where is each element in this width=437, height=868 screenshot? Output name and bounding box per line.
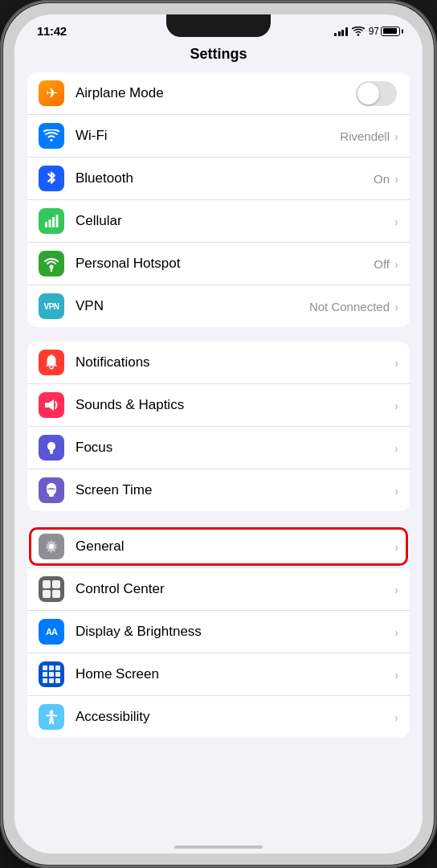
accessibility-label: Accessibility bbox=[76, 709, 394, 725]
airplane-mode-icon: ✈ bbox=[39, 80, 64, 106]
wifi-chevron: › bbox=[394, 129, 398, 143]
accessibility-chevron: › bbox=[394, 710, 398, 724]
notifications-icon bbox=[39, 350, 64, 375]
general-chevron: › bbox=[394, 540, 398, 554]
personal-hotspot-row[interactable]: Personal Hotspot Off › bbox=[27, 243, 410, 285]
control-center-chevron: › bbox=[394, 583, 398, 596]
svg-rect-12 bbox=[51, 453, 53, 455]
cellular-chevron: › bbox=[394, 215, 398, 228]
hotspot-chevron: › bbox=[394, 257, 398, 271]
signal-icon bbox=[334, 27, 348, 36]
svg-rect-11 bbox=[50, 452, 53, 453]
svg-point-17 bbox=[50, 710, 54, 714]
wifi-label: Wi-Fi bbox=[76, 128, 340, 144]
connectivity-group: ✈ Airplane Mode bbox=[27, 72, 410, 327]
bluetooth-label: Bluetooth bbox=[76, 170, 374, 186]
general-label: General bbox=[76, 538, 394, 555]
airplane-mode-toggle[interactable] bbox=[356, 81, 397, 106]
time-display: 11:42 bbox=[37, 24, 67, 38]
focus-chevron: › bbox=[394, 441, 398, 455]
vpn-icon: VPN bbox=[39, 293, 64, 319]
svg-point-16 bbox=[49, 544, 54, 549]
svg-marker-10 bbox=[49, 399, 54, 411]
accessibility-row[interactable]: Accessibility › bbox=[27, 696, 410, 738]
svg-rect-4 bbox=[52, 217, 55, 227]
svg-rect-9 bbox=[45, 403, 49, 407]
notifications-row[interactable]: Notifications › bbox=[27, 342, 410, 384]
home-screen-label: Home Screen bbox=[76, 666, 394, 682]
wifi-icon bbox=[39, 123, 64, 149]
home-bar-indicator bbox=[174, 845, 263, 849]
svg-point-0 bbox=[357, 34, 358, 35]
home-bar bbox=[14, 831, 423, 854]
svg-rect-5 bbox=[56, 215, 59, 227]
system-group: Notifications › Sounds & Haptics bbox=[27, 342, 410, 511]
display-brightness-row[interactable]: AA Display & Brightness › bbox=[27, 611, 410, 653]
vpn-label: VPN bbox=[76, 298, 309, 314]
wifi-row[interactable]: Wi-Fi Rivendell › bbox=[27, 115, 410, 158]
phone-frame: 11:42 97 bbox=[0, 0, 437, 868]
display-label: Display & Brightness bbox=[76, 624, 394, 640]
hotspot-icon bbox=[39, 251, 64, 276]
vpn-chevron: › bbox=[394, 300, 398, 313]
accessibility-icon bbox=[39, 704, 64, 730]
focus-icon bbox=[39, 435, 64, 461]
status-icons: 97 bbox=[334, 26, 400, 37]
home-screen-icon bbox=[39, 661, 64, 687]
focus-label: Focus bbox=[76, 440, 394, 456]
vpn-value: Not Connected bbox=[309, 300, 390, 313]
bluetooth-icon bbox=[39, 166, 64, 191]
display-chevron: › bbox=[394, 625, 398, 639]
settings-content[interactable]: ✈ Airplane Mode bbox=[14, 72, 423, 831]
screen-time-icon bbox=[39, 477, 64, 503]
page-title: Settings bbox=[14, 41, 423, 72]
airplane-mode-label: Airplane Mode bbox=[76, 85, 356, 101]
screen-time-chevron: › bbox=[394, 484, 398, 497]
control-center-icon bbox=[39, 576, 64, 602]
cellular-row[interactable]: Cellular › bbox=[27, 200, 410, 243]
sounds-haptics-row[interactable]: Sounds & Haptics › bbox=[27, 384, 410, 427]
home-screen-chevron: › bbox=[394, 668, 398, 682]
bluetooth-row[interactable]: Bluetooth On › bbox=[27, 158, 410, 200]
screen-time-row[interactable]: Screen Time › bbox=[27, 469, 410, 511]
wifi-value: Rivendell bbox=[340, 129, 390, 143]
battery-icon bbox=[381, 27, 400, 36]
sounds-label: Sounds & Haptics bbox=[76, 397, 394, 413]
control-center-row[interactable]: Control Center › bbox=[27, 568, 410, 611]
hotspot-value: Off bbox=[374, 257, 390, 271]
bluetooth-chevron: › bbox=[394, 172, 398, 186]
svg-rect-2 bbox=[45, 222, 47, 227]
hotspot-label: Personal Hotspot bbox=[76, 256, 374, 272]
svg-rect-3 bbox=[49, 219, 51, 227]
wifi-status-icon bbox=[352, 27, 365, 36]
screen: 11:42 97 bbox=[14, 14, 423, 854]
general-row[interactable]: General › bbox=[27, 526, 410, 568]
home-screen-row[interactable]: Home Screen › bbox=[27, 653, 410, 696]
notch bbox=[166, 14, 271, 37]
svg-rect-13 bbox=[49, 494, 54, 497]
display-icon: AA bbox=[39, 619, 64, 645]
notifications-label: Notifications bbox=[76, 354, 394, 371]
airplane-mode-row[interactable]: ✈ Airplane Mode bbox=[27, 72, 410, 115]
vpn-row[interactable]: VPN VPN Not Connected › bbox=[27, 285, 410, 327]
battery-percentage: 97 bbox=[369, 26, 379, 37]
sounds-icon bbox=[39, 392, 64, 418]
notifications-chevron: › bbox=[394, 356, 398, 370]
battery-display: 97 bbox=[369, 26, 400, 37]
general-icon bbox=[39, 534, 64, 559]
sounds-chevron: › bbox=[394, 399, 398, 412]
phone-inner: 11:42 97 bbox=[3, 3, 434, 865]
general-group: General › Control Center › bbox=[27, 526, 410, 738]
cellular-icon bbox=[39, 208, 64, 234]
control-center-label: Control Center bbox=[76, 581, 394, 597]
bluetooth-value: On bbox=[374, 172, 390, 186]
focus-row[interactable]: Focus › bbox=[27, 427, 410, 469]
screen-time-label: Screen Time bbox=[76, 482, 394, 498]
cellular-label: Cellular bbox=[76, 213, 394, 229]
svg-point-1 bbox=[51, 139, 53, 141]
